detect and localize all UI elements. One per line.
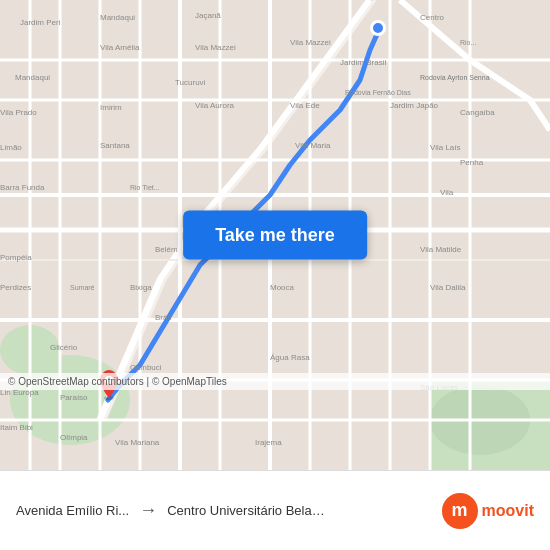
svg-text:Centro: Centro (420, 13, 445, 22)
svg-text:Vila Prado: Vila Prado (0, 108, 37, 117)
moovit-logo: m moovit (442, 493, 534, 529)
svg-text:Vila Aurora: Vila Aurora (195, 101, 235, 110)
svg-text:Vila Ede: Vila Ede (290, 101, 320, 110)
moovit-logo-icon: m (442, 493, 478, 529)
svg-text:Jaçanã: Jaçanã (195, 11, 221, 20)
map-container: Jardim Peri Mandaqui Jaçanã Centro Rio..… (0, 0, 550, 470)
origin-marker (370, 20, 386, 36)
svg-text:Rio Tiet...: Rio Tiet... (130, 184, 160, 191)
origin-label: Avenida Emílio Ri... (16, 503, 129, 518)
svg-text:Vila Laís: Vila Laís (430, 143, 461, 152)
svg-text:Paraíso: Paraíso (60, 393, 88, 402)
svg-text:Pompéia: Pompéia (0, 253, 32, 262)
svg-text:Rio...: Rio... (460, 39, 476, 46)
route-arrow: → (139, 500, 157, 521)
svg-text:Tucuruvi: Tucuruvi (175, 78, 206, 87)
svg-text:Penha: Penha (460, 158, 484, 167)
svg-text:Vila: Vila (440, 188, 454, 197)
moovit-logo-text: moovit (482, 502, 534, 520)
svg-text:Barra Funda: Barra Funda (0, 183, 45, 192)
svg-text:Vila Amélia: Vila Amélia (100, 43, 140, 52)
svg-text:Jardim Peri: Jardim Peri (20, 18, 61, 27)
svg-text:Irajema: Irajema (255, 438, 282, 447)
svg-text:Mandaqui: Mandaqui (15, 73, 50, 82)
copyright-text: © OpenStreetMap contributors | © OpenMap… (8, 376, 227, 387)
svg-text:Mooca: Mooca (270, 283, 295, 292)
svg-text:Sumaré: Sumaré (70, 284, 95, 291)
svg-text:Vila Maria: Vila Maria (295, 141, 331, 150)
svg-text:Vila Mariana: Vila Mariana (115, 438, 160, 447)
svg-text:Vila Matilde: Vila Matilde (420, 245, 462, 254)
svg-text:Vila Dalila: Vila Dalila (430, 283, 466, 292)
svg-text:Imirim: Imirim (100, 103, 122, 112)
bottom-bar: Avenida Emílio Ri... → Centro Universitá… (0, 470, 550, 550)
svg-text:Jardim Brasil: Jardim Brasil (340, 58, 386, 67)
svg-text:Mandaqui: Mandaqui (100, 13, 135, 22)
route-info: Avenida Emílio Ri... → Centro Universitá… (16, 500, 442, 521)
svg-text:Água Rasa: Água Rasa (270, 353, 310, 362)
destination-label: Centro Universitário Belas Arte... (167, 503, 327, 518)
svg-text:Belém: Belém (155, 245, 178, 254)
svg-text:Glicério: Glicério (50, 343, 78, 352)
svg-text:Cambuci: Cambuci (130, 363, 162, 372)
copyright-bar: © OpenStreetMap contributors | © OpenMap… (0, 373, 550, 390)
svg-text:Rodovia Ayrton Senna: Rodovia Ayrton Senna (420, 74, 490, 82)
svg-text:Santana: Santana (100, 141, 130, 150)
svg-text:Vila Mazzei: Vila Mazzei (290, 38, 331, 47)
svg-text:Rodovia Fernão Dias: Rodovia Fernão Dias (345, 89, 411, 96)
svg-text:Vila Mazzei: Vila Mazzei (195, 43, 236, 52)
svg-text:Bixiga: Bixiga (130, 283, 152, 292)
svg-text:Jardim Japão: Jardim Japão (390, 101, 439, 110)
take-me-there-button[interactable]: Take me there (183, 211, 367, 260)
svg-text:Limão: Limão (0, 143, 22, 152)
svg-text:Olímpia: Olímpia (60, 433, 88, 442)
svg-text:Brás: Brás (155, 313, 171, 322)
svg-text:Perdizes: Perdizes (0, 283, 31, 292)
svg-text:Cangaíba: Cangaíba (460, 108, 495, 117)
svg-text:Itaim Bibi: Itaim Bibi (0, 423, 33, 432)
